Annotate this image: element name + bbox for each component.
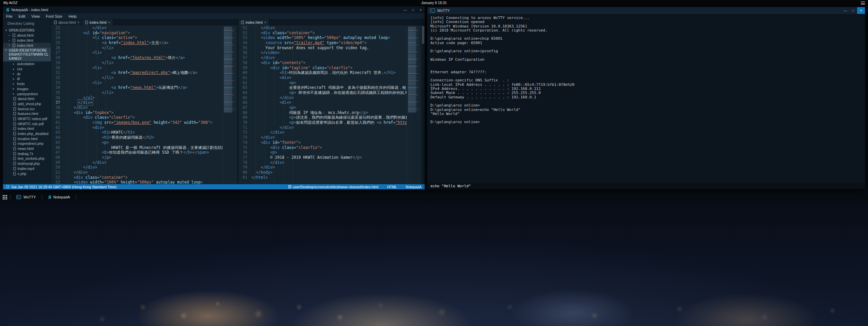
tree-folder-yamlyamlmni[interactable]: ▸yamlyamlmni (3, 91, 51, 96)
code-line-67[interactable]: 67 <p> (238, 105, 407, 110)
code-line-50[interactable]: 50 </div> (51, 165, 223, 170)
minimap-right[interactable] (407, 25, 422, 184)
code-line-76[interactable]: 76 <p> (238, 150, 407, 155)
menu-help[interactable]: Help (66, 14, 80, 18)
scrollbar-thumb[interactable] (422, 26, 424, 44)
code-line-37[interactable]: 37 </div> (51, 100, 223, 105)
code-line-80[interactable]: 80 </body> (238, 170, 407, 175)
tree-file-index.php_disabled[interactable]: index.php_disabled (3, 131, 51, 136)
tree-file-features.html[interactable]: features.html (3, 111, 51, 116)
code-line-45[interactable]: 45 <p> (51, 140, 223, 145)
code-line-54[interactable]: 54 <source src="trailer.mp4" type="video… (238, 40, 407, 45)
tree-file-trailer.mp4[interactable]: trailer.mp4 (3, 166, 51, 171)
code-line-75[interactable]: 75 <div class="clearfix"> (238, 145, 407, 150)
code-line-26[interactable]: 26 </li> (51, 45, 223, 51)
tree-file-x.php[interactable]: x.php (3, 171, 51, 176)
code-line-31[interactable]: 31 <a href="mapredirect.php">網上地圖</a> (51, 70, 223, 75)
code-line-73[interactable]: 73 </div> (238, 135, 407, 140)
tree-file-favicon.ico[interactable]: favicon.ico (3, 106, 51, 111)
code-line-28[interactable]: 28 <a href="features.html">簡介</a> (51, 55, 223, 60)
code-line-22[interactable]: 22 </div> (51, 25, 223, 31)
code-line-53[interactable]: 53 <video width="100%" height="500px" au… (238, 35, 407, 40)
tree-folder-images[interactable]: ▸images (3, 87, 51, 92)
code-line-30[interactable]: 30 <li> (51, 65, 223, 71)
code-line-29[interactable]: 29 </li> (51, 60, 223, 65)
code-line-33[interactable]: 33 <li> (51, 80, 223, 85)
tree-file-teabag.7z[interactable]: teabag.7z (3, 151, 51, 156)
menu-font-size[interactable]: Font Size (43, 14, 66, 18)
tree-file-HKWTC rule.pdf[interactable]: HKWTC rule.pdf (3, 121, 51, 126)
code-line-77[interactable]: 77 © 2018 - 2019 HKWTC Animation Gamer</… (238, 155, 407, 160)
menu-view[interactable]: View (28, 14, 43, 18)
code-editor-left[interactable]: 22 </div>23 <ul id="navigation">24 <li c… (51, 25, 223, 184)
tree-file-add_vhost.php[interactable]: add_vhost.php (3, 101, 51, 107)
tab-index.html[interactable]: index.html× (238, 19, 269, 25)
code-line-25[interactable]: 25 <a href="index.html">主頁</a> (51, 40, 223, 45)
code-line-61[interactable]: 61 <div> (238, 75, 407, 80)
code-line-43[interactable]: 43 <h1>HKWTC</h1> (51, 130, 223, 135)
tree-file-test_sockets.php[interactable]: test_sockets.php (3, 156, 51, 161)
code-line-56[interactable]: 56 </video> (238, 50, 407, 55)
menu-edit[interactable]: Edit (16, 14, 29, 18)
minimize-button[interactable]: — (842, 7, 849, 14)
code-line-47[interactable]: 47 <b>你知道我們全線伺服器已轉用 SSD 了嗎？</b></span> (51, 150, 223, 155)
taskbar-item-wstty[interactable]: >_WsTTY (11, 194, 41, 200)
open-editor-item-about.html[interactable]: ×about.html (3, 33, 51, 38)
maximize-button[interactable]: □ (409, 6, 417, 13)
code-line-64[interactable]: 64 <p> 即使你不是建築師，你也能透過紅石師或鐵路工程師的身份加入我 (238, 90, 407, 95)
code-line-68[interactable]: 68 伺服器 IP 地址為： mcs.hkwtc.org</p> (238, 110, 407, 115)
terminal-output[interactable]: [info] Conencting to arozos WsTTY servic… (427, 14, 865, 183)
code-line-53[interactable]: 53 <video width="100%" height="500px" au… (51, 180, 223, 184)
tree-file-mapredirect.php[interactable]: mapredirect.php (3, 141, 51, 146)
code-line-52[interactable]: 52 <div class="container"> (51, 175, 223, 180)
code-line-63[interactable]: 63 在香港的Minecraft 伺服器中，多為小遊戲和純生存的伺服器，較少擁有 (238, 85, 407, 90)
tree-file-news.html[interactable]: news.html (3, 146, 51, 151)
code-line-57[interactable]: 57 </div> (238, 55, 407, 60)
code-line-81[interactable]: 81</html> (238, 175, 407, 180)
tab-about.html[interactable]: about.html× (51, 19, 83, 25)
open-editors-section[interactable]: ▾ OPEN EDITORS (3, 28, 51, 33)
tree-folder-dl[interactable]: ▸dl (3, 76, 51, 81)
close-icon[interactable]: × (7, 39, 11, 42)
open-editor-item-index.html[interactable]: ×index.html (3, 43, 51, 48)
tree-file-index.html[interactable]: index.html (3, 126, 51, 131)
open-editor-item-index.html[interactable]: ×index.html (3, 38, 51, 43)
tree-file-HKWTC notice.pdf[interactable]: HKWTC notice.pdf (3, 116, 51, 121)
code-line-71[interactable]: 71 </div> (238, 125, 407, 130)
code-line-34[interactable]: 34 <a href="news.html">玩家傳送門</a> (51, 85, 223, 90)
hamburger-menu-icon[interactable] (861, 1, 865, 4)
tab-index.html[interactable]: index.html× (83, 19, 113, 25)
code-line-23[interactable]: 23 <ul id="navigation"> (51, 31, 223, 36)
code-line-27[interactable]: 27 <li> (51, 50, 223, 55)
close-button[interactable]: × (417, 6, 425, 13)
start-menu-button[interactable] (0, 194, 10, 200)
code-line-55[interactable]: 55 Your browser does not support the vid… (238, 45, 407, 51)
minimap-left[interactable] (223, 25, 237, 184)
code-line-72[interactable]: 72 </div> (238, 130, 407, 135)
minimize-button[interactable]: — (401, 6, 409, 13)
tree-folder-autostation[interactable]: ▸autostation (3, 61, 51, 66)
tree-folder-css[interactable]: ▸css (3, 66, 51, 72)
code-line-74[interactable]: 74 <div id="footer"> (238, 140, 407, 145)
code-line-48[interactable]: 48 </p> (51, 155, 223, 160)
code-line-51[interactable]: 51 </div> (238, 25, 407, 31)
code-line-41[interactable]: 41 <img src="images/box.png" height="342… (51, 120, 223, 125)
close-icon[interactable]: × (264, 21, 266, 24)
code-line-35[interactable]: 35 </li> (51, 90, 223, 95)
code-line-69[interactable]: 69 <p>請注意，我們的伺服器為確保玩家及遊玩時的質素，我們對的服務開放 (238, 115, 407, 120)
code-line-42[interactable]: 42 <div> (51, 125, 223, 130)
code-line-70[interactable]: 70 <p>如有問題或需要申請白名單，歡迎加入我們的 <a href="http… (238, 120, 407, 125)
code-line-24[interactable]: 24 <li class="active"> (51, 35, 223, 40)
tree-file-location.html[interactable]: location.html (3, 136, 51, 141)
taskbar-item-notepada[interactable]: SNotepadA (43, 194, 75, 200)
notepada-titlebar[interactable]: S NotepadA - index.html — □ × (3, 6, 425, 13)
tree-file-testmysql.php[interactable]: testmysql.php (3, 161, 51, 166)
close-icon[interactable]: × (108, 21, 110, 24)
code-line-51[interactable]: 51 </div> (51, 170, 223, 175)
wstty-titlebar[interactable]: >_ WsTTY — □ × (427, 7, 865, 14)
code-line-60[interactable]: 60 <h1>特別為建築及鐵路而設，現代化的 Minecraft 世界.</h1… (238, 70, 407, 75)
code-line-58[interactable]: 58 <div id="contents"> (238, 60, 407, 65)
code-line-59[interactable]: 59 <div id="tagline" class="clearfix"> (238, 65, 407, 71)
close-icon[interactable]: × (7, 34, 11, 37)
tree-folder-fonts[interactable]: ▸fonts (3, 81, 51, 87)
